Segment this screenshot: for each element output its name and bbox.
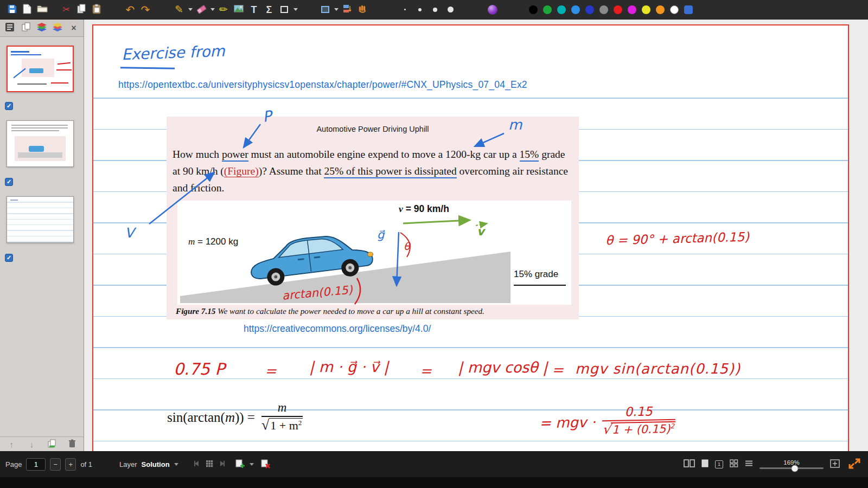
problem-text-underlined: power <box>222 149 248 162</box>
paste-icon <box>92 4 101 16</box>
page-1-checkbox[interactable]: ✓ <box>5 102 13 110</box>
thumbnail-stroke <box>56 69 72 70</box>
layerstack-preview-tab[interactable] <box>52 22 63 35</box>
fullscreen-button[interactable] <box>846 456 863 473</box>
shape-tool-button[interactable] <box>277 2 292 17</box>
selection-icon <box>321 6 329 13</box>
select-region-button[interactable] <box>317 2 333 17</box>
sidebar-close-button[interactable]: × <box>68 22 80 35</box>
hand-tool-button[interactable] <box>355 2 370 17</box>
copy-page-button[interactable] <box>46 438 58 451</box>
color-swatch[interactable] <box>642 5 650 14</box>
page-plus-button[interactable]: + <box>65 458 76 471</box>
delete-layer-icon <box>260 458 271 470</box>
color-swatch-square[interactable] <box>684 5 693 14</box>
chevron-down-icon[interactable] <box>174 463 178 466</box>
stroke-medium2-button[interactable] <box>427 2 443 17</box>
medium-dot-icon <box>418 8 422 11</box>
copy-button[interactable] <box>74 2 89 17</box>
eraser-tool-button[interactable] <box>194 2 209 17</box>
color-swatch[interactable] <box>599 5 608 14</box>
color-swatch[interactable] <box>585 5 594 14</box>
stroke-fine-button[interactable] <box>397 2 412 17</box>
speed-value: = 90 km/h <box>403 203 449 214</box>
color-wheel-icon <box>488 5 497 15</box>
redo-button[interactable]: ↷ <box>138 2 153 17</box>
page-canvas[interactable]: Exercise from https://opentextbc.ca/univ… <box>92 24 849 458</box>
thumbnail-stroke <box>11 54 41 55</box>
color-swatch[interactable] <box>557 5 566 14</box>
page-thumbnail-2[interactable] <box>7 120 74 167</box>
color-swatch[interactable] <box>656 5 665 14</box>
single-page-view-button[interactable] <box>701 459 709 469</box>
cc-license-link[interactable]: https://creativecommons.org/licenses/by/… <box>244 323 431 335</box>
figure-caption-text: We want to calculate the power needed to… <box>215 306 484 316</box>
undo-button[interactable]: ↶ <box>123 2 138 17</box>
radicand-text: 1 + m <box>270 419 298 432</box>
color-swatch[interactable] <box>529 5 538 14</box>
page-preview-tab[interactable] <box>4 22 16 35</box>
goto-last-layer-button[interactable] <box>218 460 226 469</box>
scissors-icon: ✂ <box>62 5 70 14</box>
color-swatch[interactable] <box>543 5 552 14</box>
source-url-link[interactable]: https://opentextbc.ca/universityphysicsv… <box>118 79 527 91</box>
page-thumbnail-3[interactable] <box>7 196 74 243</box>
pen-options-button[interactable] <box>187 2 194 17</box>
image-tool-button[interactable] <box>231 2 246 17</box>
grid-layout-button[interactable] <box>730 459 738 469</box>
cut-button[interactable]: ✂ <box>59 2 74 17</box>
zoom-slider-handle[interactable] <box>791 465 798 472</box>
delete-layer-button[interactable] <box>260 458 271 470</box>
dual-page-view-button[interactable] <box>684 459 695 469</box>
page-badge-button[interactable]: 1 <box>715 460 723 468</box>
image-icon <box>234 5 244 14</box>
save-button[interactable] <box>4 2 20 17</box>
view-menu-button[interactable] <box>745 460 753 468</box>
layer-preview-button[interactable] <box>206 460 213 469</box>
check-icon: ✓ <box>7 102 11 110</box>
paste-button[interactable] <box>89 2 104 17</box>
layer-selector[interactable]: Solution <box>142 460 170 468</box>
stroke-medium-button[interactable] <box>412 2 427 17</box>
color-swatch[interactable] <box>571 5 580 14</box>
problem-text: How much power must an automobile engine… <box>173 146 572 197</box>
move-page-up-button[interactable]: ↑ <box>5 438 17 451</box>
open-button[interactable] <box>35 2 50 17</box>
page-2-checkbox[interactable]: ✓ <box>5 178 13 186</box>
goto-first-layer-button[interactable] <box>193 460 201 469</box>
color-wheel-button[interactable] <box>485 2 500 17</box>
add-layer-button[interactable] <box>235 458 245 470</box>
eraser-options-button[interactable] <box>209 2 216 17</box>
chevron-down-icon[interactable] <box>250 463 254 466</box>
move-page-down-button[interactable]: ↓ <box>25 438 37 451</box>
color-swatch[interactable] <box>670 5 679 14</box>
folder-icon <box>37 4 48 15</box>
page-minus-button[interactable]: − <box>50 458 61 471</box>
highlighter-tool-button[interactable]: ✏ <box>216 2 231 17</box>
main-toolbar: ✂ ↶ ↷ ✎ ✏ T Σ <box>0 0 868 20</box>
text-tool-button[interactable]: T <box>246 2 261 17</box>
page-3-checkbox[interactable]: ✓ <box>5 254 13 262</box>
vertical-space-tool-button[interactable] <box>340 2 355 17</box>
one-page-icon <box>701 459 709 469</box>
thick-dot-icon <box>448 7 454 12</box>
figure-reference-link[interactable]: (Figure) <box>224 165 259 177</box>
stroke-thick-button[interactable] <box>443 2 458 17</box>
thumbnail-figure <box>22 59 54 77</box>
radicand-exponent: 2 <box>670 422 674 430</box>
zoom-slider[interactable] <box>760 467 824 469</box>
pen-tool-button[interactable]: ✎ <box>171 2 187 17</box>
color-swatch[interactable] <box>614 5 622 14</box>
shape-options-button[interactable] <box>292 2 299 17</box>
eraser-icon <box>196 5 206 14</box>
math-tool-button[interactable]: Σ <box>261 2 277 17</box>
zoom-fit-button[interactable] <box>830 459 840 470</box>
page-number-input[interactable]: 1 <box>26 458 46 471</box>
layerstack-tab[interactable] <box>36 22 48 35</box>
new-document-button[interactable] <box>20 2 35 17</box>
page-thumbnails-tab[interactable] <box>20 22 31 35</box>
color-swatch[interactable] <box>628 5 636 14</box>
delete-page-button[interactable] <box>66 438 78 451</box>
page-thumbnail-1[interactable] <box>7 46 74 92</box>
select-options-button[interactable] <box>333 2 340 17</box>
